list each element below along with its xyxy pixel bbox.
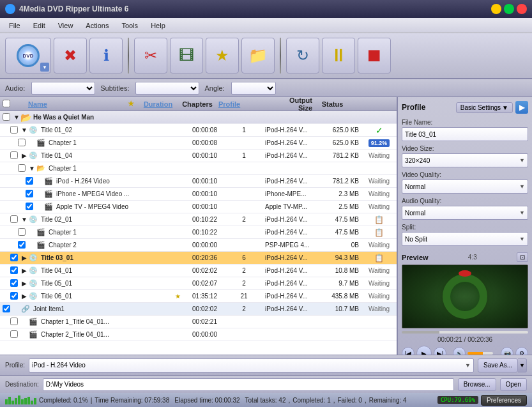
menu-tools[interactable]: Tools: [115, 20, 144, 31]
select-all-checkbox[interactable]: [3, 100, 10, 107]
save-as-dropdown-button[interactable]: ▼: [518, 358, 527, 372]
pause-button[interactable]: ⏸: [322, 38, 355, 73]
remove-button[interactable]: ✖: [54, 38, 87, 73]
row-check[interactable]: [15, 164, 28, 173]
load-dvd-button[interactable]: DVD ▼: [5, 38, 51, 73]
row-check[interactable]: [8, 126, 20, 135]
close-button[interactable]: [517, 4, 527, 14]
next-frame-button[interactable]: ▶|: [434, 347, 446, 355]
menu-edit[interactable]: Edit: [27, 20, 52, 31]
info-button[interactable]: ℹ: [89, 38, 123, 73]
preview-seekbar[interactable]: [402, 331, 528, 334]
list-item[interactable]: ▶ 💿 Title 05_01 00:02:07 2 iPod-H.264 V.…: [0, 277, 397, 290]
video-size-select[interactable]: 320×240 ▼: [402, 153, 528, 167]
prev-frame-button[interactable]: |◀: [402, 347, 414, 355]
list-item[interactable]: 🎬 Chapter 1 00:10:22 iPod-H.264 V... 47.…: [0, 226, 397, 239]
cut-button[interactable]: ✂: [134, 38, 167, 73]
convert-button[interactable]: ↻: [286, 38, 319, 73]
list-item[interactable]: 🔗 Joint Item1 00:02:02 2 iPod-H.264 V...…: [0, 303, 397, 316]
row-check[interactable]: [0, 113, 13, 122]
list-item[interactable]: 🎬 iPod - H.264 Video 00:00:10 iPod-H.264…: [0, 175, 397, 188]
row-check[interactable]: [8, 151, 20, 160]
bookmark-button[interactable]: ★: [206, 38, 239, 73]
volume-icon[interactable]: 🔊: [453, 347, 466, 355]
row-check[interactable]: [15, 228, 28, 237]
subtitles-select[interactable]: [135, 82, 199, 95]
list-item[interactable]: ▼ 💿 Title 02_01 00:10:22 2 iPod-H.264 V.…: [0, 213, 397, 226]
menu-view[interactable]: View: [52, 20, 80, 31]
file-name-input[interactable]: [402, 127, 528, 141]
row-check[interactable]: [8, 279, 20, 288]
menu-file[interactable]: File: [3, 20, 27, 31]
maximize-button[interactable]: [504, 4, 514, 14]
row-check[interactable]: [8, 266, 20, 275]
effects-button[interactable]: 🎞: [170, 38, 203, 73]
file-list-scroll[interactable]: ▼ 📂 He Was a Quiet Man ▼ 💿: [0, 111, 397, 355]
expand-icon[interactable]: ▶: [20, 293, 28, 300]
basic-settings-button[interactable]: Basic Settings ▼: [456, 102, 513, 113]
dvd-dropdown-arrow[interactable]: ▼: [40, 63, 49, 72]
row-check[interactable]: [8, 330, 20, 339]
list-item[interactable]: ▶ 💿 Title 04_01 00:02:02 2 iPod-H.264 V.…: [0, 265, 397, 277]
save-as-button[interactable]: Save As...: [478, 358, 518, 372]
preferences-button[interactable]: Preferences: [481, 395, 527, 406]
row-output: 9.7 MB: [320, 280, 361, 287]
row-output: 2.3 MB: [320, 190, 361, 197]
next-button[interactable]: ▶: [515, 101, 528, 114]
angle-select[interactable]: [231, 82, 276, 95]
expand-icon[interactable]: ▼: [20, 127, 28, 134]
expand-icon[interactable]: ▶: [20, 254, 28, 261]
header-profile[interactable]: Profile: [216, 100, 273, 108]
expand-icon[interactable]: ▼: [28, 165, 36, 172]
expand-icon[interactable]: ▼: [20, 216, 28, 223]
open-button[interactable]: Open: [500, 378, 527, 391]
stop-button[interactable]: ⏹: [358, 38, 391, 73]
expand-icon[interactable]: ▶: [20, 267, 28, 274]
list-item[interactable]: ▼ 💿 Title 01_02 00:00:08 1 iPod-H.264 V.…: [0, 124, 397, 137]
list-item[interactable]: 🎬 Chapter 1 00:00:08 iPod-H.264 V... 625…: [0, 137, 397, 150]
row-check[interactable]: [15, 241, 28, 250]
row-check[interactable]: [8, 318, 20, 326]
header-duration[interactable]: Duration: [137, 100, 179, 108]
destination-input[interactable]: [43, 378, 454, 391]
list-item[interactable]: ▼ 📂 He Was a Quiet Man: [0, 111, 397, 124]
play-button[interactable]: ▶: [416, 346, 432, 355]
list-item[interactable]: 🎬 Apple TV - MPEG4 Video 00:00:10 Apple …: [0, 201, 397, 213]
menu-help[interactable]: Help: [144, 20, 172, 31]
list-item[interactable]: 🎬 Chapter 2_Title 04_01... 00:00:00: [0, 328, 397, 341]
minimize-button[interactable]: [491, 4, 501, 14]
profile-select[interactable]: iPod - H.264 Video ▼: [29, 358, 474, 372]
list-item[interactable]: 🎬 iPhone - MPEG4 Video ... 00:00:10 iPho…: [0, 188, 397, 201]
list-item[interactable]: 🎬 Chapter 2 00:00:00 PSP-MPEG 4... 0B Wa…: [0, 239, 397, 252]
video-quality-select[interactable]: Normal ▼: [402, 180, 528, 194]
add-file-button[interactable]: 📁: [241, 38, 275, 73]
list-item[interactable]: ▶ 💿 Title 03_01 00:20:36 6 iPod-H.264 V.…: [0, 252, 397, 265]
settings-button[interactable]: ⚙: [515, 347, 528, 355]
row-check[interactable]: [8, 254, 20, 263]
expand-icon[interactable]: ▼: [13, 114, 20, 121]
header-name[interactable]: Name: [26, 100, 125, 108]
list-item[interactable]: ▶ 💿 Title 06_01 ★ 01:35:12 21 iPod-H.264…: [0, 290, 397, 303]
audio-select[interactable]: [31, 82, 95, 95]
browse-button[interactable]: Browse...: [458, 378, 496, 391]
list-item[interactable]: 🎬 Chapter 1_Title 04_01... 00:02:21: [0, 316, 397, 328]
row-output: 10.7 MB: [320, 305, 361, 312]
row-check[interactable]: [8, 292, 20, 301]
row-check[interactable]: [23, 203, 36, 211]
screenshot-button[interactable]: 📷: [501, 347, 513, 355]
list-item[interactable]: ▼ 📂 Chapter 1: [0, 162, 397, 175]
expand-icon[interactable]: ▶: [20, 152, 28, 159]
header-output: Output Size: [273, 97, 315, 112]
menu-actions[interactable]: Actions: [79, 20, 115, 31]
row-check[interactable]: [23, 190, 36, 199]
row-check[interactable]: [23, 177, 36, 186]
audio-quality-select[interactable]: Normal ▼: [402, 206, 528, 220]
row-check[interactable]: [0, 305, 13, 314]
row-profile: iPod-H.264 V...: [262, 305, 320, 312]
split-select[interactable]: No Split ▼: [402, 232, 528, 246]
preview-screen-button[interactable]: ⊡: [517, 252, 528, 262]
row-check[interactable]: [15, 139, 28, 148]
row-check[interactable]: [8, 215, 20, 224]
list-item[interactable]: ▶ 💿 Title 01_04 00:00:10 1 iPod-H.264 V.…: [0, 150, 397, 162]
expand-icon[interactable]: ▶: [20, 280, 28, 287]
